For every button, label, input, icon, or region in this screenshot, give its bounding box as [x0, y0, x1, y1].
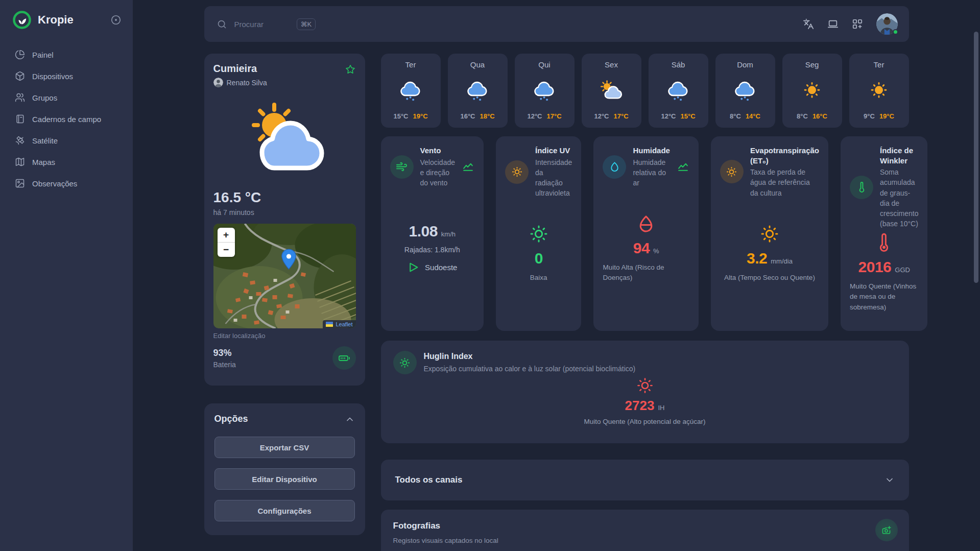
temp-max: 15°C [681, 112, 696, 120]
station-name: Cumieira [213, 63, 356, 75]
owner-avatar [213, 78, 223, 87]
winkler-thermometer-icon [874, 232, 894, 253]
humidity-droplet-icon [636, 213, 656, 234]
sidebar-menu: Painel Dispositivos Grupos Cadernos de c… [0, 44, 133, 194]
forecast-card[interactable]: Seg 8°C16°C [782, 54, 842, 128]
sidebar-toggle-icon[interactable] [110, 14, 122, 26]
add-photo-button[interactable] [875, 519, 898, 541]
export-csv-button[interactable]: Exportar CSV [214, 437, 355, 458]
chevron-up-icon [345, 414, 355, 424]
sidebar-item-label: Cadernos de campo [32, 115, 101, 124]
notebook-icon [15, 114, 25, 124]
search-shortcut-badge: ⌘K [297, 18, 316, 30]
sidebar-item-label: Observações [32, 179, 77, 188]
temp-max: 17°C [547, 112, 562, 120]
favorite-star-icon[interactable] [345, 64, 356, 75]
sun-icon [798, 77, 826, 105]
temp-min: 8°C [797, 112, 808, 120]
online-status-dot [893, 29, 898, 35]
sidebar-item-dispositivos[interactable]: Dispositivos [0, 65, 133, 87]
trend-chart-icon[interactable] [462, 160, 474, 173]
et0-unit: mm/dia [771, 257, 793, 265]
user-avatar[interactable] [876, 13, 898, 35]
battery-icon [338, 352, 350, 364]
photos-title: Fotografias [393, 521, 897, 531]
apps-grid-plus-icon[interactable] [852, 18, 863, 30]
humidity-value: 94 [633, 239, 650, 257]
current-temperature: 16.5 °C [213, 189, 356, 206]
forecast-card[interactable]: Qua 16°C18°C [448, 54, 508, 128]
temp-max: 19°C [879, 112, 894, 120]
metric-subtitle: Intensidade da radiação ultravioleta [535, 157, 572, 199]
temp-min: 8°C [730, 112, 741, 120]
sun-icon [505, 160, 529, 184]
map-zoom-out-button[interactable]: − [218, 243, 235, 257]
chevron-down-icon[interactable] [885, 475, 895, 485]
humidity-card: Humidade Humidade relativa do ar 94 % Mu… [593, 136, 699, 331]
sidebar-item-grupos[interactable]: Grupos [0, 87, 133, 108]
map-zoom-in-button[interactable]: + [218, 228, 235, 242]
uv-sun-icon [529, 224, 549, 244]
channels-title: Todos os canais [395, 475, 463, 485]
sidebar-item-satelite[interactable]: Satélite [0, 130, 133, 151]
laptop-icon[interactable] [827, 18, 839, 30]
sidebar: Kropie Painel Dispositivos Grupos Cadern… [0, 0, 133, 551]
battery-row: 93% Bateria [213, 346, 356, 370]
temp-min: 12°C [527, 112, 542, 120]
sidebar-item-label: Mapas [32, 158, 55, 166]
map-icon [15, 157, 25, 167]
channels-section[interactable]: Todos os canais [381, 460, 909, 500]
et0-status: Alta (Tempo Seco ou Quente) [724, 273, 815, 283]
edit-device-button[interactable]: Editar Dispositivo [214, 468, 355, 490]
sun-icon [865, 77, 893, 105]
sidebar-item-observacoes[interactable]: Observações [0, 173, 133, 194]
wind-direction-row: Sudoeste [407, 261, 457, 274]
forecast-card[interactable]: Ter 15°C19°C [381, 54, 441, 128]
et0-value: 3.2 [747, 250, 767, 267]
temp-min: 12°C [661, 112, 676, 120]
location-map[interactable]: + − Leaflet [213, 224, 356, 328]
app-title: Kropie [38, 13, 104, 27]
photos-subtitle: Registos visuais captados no local [393, 537, 897, 544]
temp-max: 17°C [614, 112, 629, 120]
battery-button[interactable] [332, 346, 356, 370]
forecast-card[interactable]: Dom 8°C14°C [715, 54, 775, 128]
options-header[interactable]: Opções [214, 414, 355, 424]
map-attribution[interactable]: Leaflet [323, 320, 355, 328]
forecast-card[interactable]: Ter 9°C19°C [849, 54, 909, 128]
edit-location-link[interactable]: Editar localização [213, 332, 356, 340]
logo-row: Kropie [0, 0, 133, 37]
sidebar-item-label: Satélite [32, 136, 58, 145]
rain-cloud-icon [464, 77, 491, 105]
battery-value: 93% [213, 348, 236, 358]
search-input[interactable] [234, 20, 296, 29]
forecast-day: Seg [805, 60, 819, 69]
owner-row: Renato Silva [213, 78, 356, 87]
trend-chart-icon[interactable] [677, 160, 689, 173]
forecast-card[interactable]: Qui 12°C17°C [515, 54, 575, 128]
winkler-status: Muito Quente (Vinhos de mesa ou de sobre… [850, 281, 918, 313]
sidebar-item-cadernos[interactable]: Cadernos de campo [0, 108, 133, 130]
metric-subtitle: Soma acumulada de graus-dia de crescimen… [880, 167, 918, 229]
temp-min: 16°C [460, 112, 475, 120]
photos-section: Fotografias Registos visuais captados no… [381, 510, 909, 551]
temp-max: 19°C [413, 112, 428, 120]
humidity-status: Muito Alta (Risco de Doenças) [603, 262, 689, 283]
forecast-day: Qua [470, 60, 485, 69]
language-icon[interactable] [803, 18, 814, 30]
forecast-card[interactable]: Sex 12°C17°C [582, 54, 641, 128]
rain-cloud-icon [731, 77, 759, 105]
forecast-day: Ter [874, 60, 885, 69]
metric-title: Humidade [633, 146, 670, 156]
metric-title: Evapotranspiração (ET₀) [750, 146, 819, 165]
rain-cloud-icon [664, 77, 692, 105]
sidebar-item-painel[interactable]: Painel [0, 44, 133, 65]
metrics-row: Vento Velocidade e direção do vento 1.08… [381, 136, 909, 331]
forecast-day: Sex [605, 60, 618, 69]
metric-subtitle: Humidade relativa do ar [633, 157, 670, 188]
scrollbar[interactable] [974, 32, 978, 283]
metric-title: Vento [420, 146, 456, 156]
settings-button[interactable]: Configurações [214, 500, 355, 521]
sidebar-item-mapas[interactable]: Mapas [0, 151, 133, 173]
forecast-card[interactable]: Sáb 12°C15°C [649, 54, 708, 128]
